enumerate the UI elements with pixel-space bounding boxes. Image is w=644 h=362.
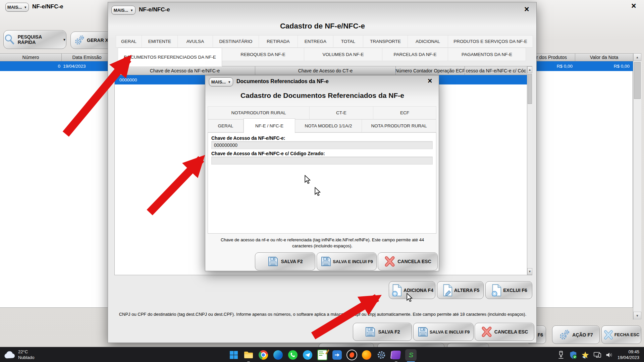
table-row[interactable]: 0 19/04/2023: [0, 61, 112, 71]
grid-header-chave-nfe[interactable]: Chave de Acesso da NF-e/NFC-e: [115, 66, 255, 75]
bg-table-left: Número Data Emissão 0 19/04/2023: [0, 53, 112, 308]
dialog-salva-f2-button[interactable]: SALVA F2: [353, 323, 412, 341]
tab-destinatario[interactable]: DESTINATÁRIO: [213, 35, 259, 48]
dialog-help-text: CNPJ ou CPF do destinatário (tag dest.CN…: [113, 311, 532, 317]
column-header-numero[interactable]: Número: [0, 54, 62, 61]
chrome-icon[interactable]: [258, 349, 269, 361]
edge-icon[interactable]: [272, 349, 284, 361]
tab-nota-produtor-rural-top[interactable]: NOTAPRODUTOR RURAL: [208, 106, 310, 119]
chave-acesso-input[interactable]: 000000000: [211, 141, 433, 149]
grid-header-chave-codigo-zerado[interactable]: cesso da NF-e/NFC-e c/ Cóc: [465, 66, 527, 75]
grid-header-chave-cte[interactable]: Chave de Acesso do CT-e: [255, 66, 396, 75]
tab-transporte[interactable]: TRANSPORTE: [363, 35, 408, 48]
tab-pagamentos[interactable]: PAGAMENTOS DA NF-E: [448, 48, 526, 61]
tab-emitente[interactable]: EMITENTE: [142, 35, 178, 48]
tab-total[interactable]: TOTAL: [333, 35, 363, 48]
dialog-cancela-esc-button[interactable]: CANCELA ESC: [475, 323, 534, 341]
inner-tab-row-1: NOTAPRODUTOR RURAL CT-E ECF: [208, 106, 436, 119]
column-header-valor-nota[interactable]: Valor da Nota: [575, 54, 633, 61]
notes-app-icon[interactable]: [317, 349, 328, 361]
floppy-disk-icon: [267, 256, 279, 267]
tab-inner-geral[interactable]: GERAL: [208, 119, 244, 132]
inner-tab-row-2: GERAL NF-E / NFC-E NOTA MODELO 1/1A/2 NO…: [208, 119, 436, 132]
inner-dialog-title: Documentos Referenciados da NF-e: [236, 78, 329, 84]
tab-avulsa[interactable]: AVULSA: [178, 35, 213, 48]
inner-mais-button[interactable]: MAIS... ▼: [209, 77, 233, 86]
telegram-icon[interactable]: [302, 349, 313, 361]
tab-documentos-referenciados[interactable]: DOCUMENTOS REFERENCIADOS DA NF-E: [118, 48, 222, 66]
tab-nota-produtor-rural[interactable]: NOTA PRODUTOR RURAL: [362, 119, 436, 132]
scroll-up-arrow[interactable]: ▲: [527, 66, 532, 73]
whatsapp-icon[interactable]: [287, 349, 299, 361]
weather-widget[interactable]: 22°C Nublado: [0, 349, 88, 360]
bg-close-icon[interactable]: ×: [631, 2, 636, 10]
dialog-title: NF-e/NFC-e: [139, 6, 170, 13]
tab-reboques[interactable]: REBOQUES DA NF-E: [222, 48, 304, 61]
scroll-thumb[interactable]: [634, 62, 641, 99]
gears-icon: [559, 329, 570, 341]
tab-parcelas[interactable]: PARCELAS DA NF-E: [382, 48, 448, 61]
chevron-down-icon: ▼: [130, 9, 133, 12]
settings-app-icon[interactable]: [376, 349, 387, 361]
tab-volumes[interactable]: VOLUMES DA NF-E: [304, 48, 382, 61]
acao-f7-button[interactable]: AÇÃO F7: [552, 325, 600, 344]
cancel-x-icon: [481, 326, 492, 338]
inner-dialog-heading: Cadastro de Documentos Referenciados da …: [205, 92, 439, 100]
inner-salva-f2-button[interactable]: SALVA F2: [255, 252, 315, 270]
dialog-close-icon[interactable]: ×: [524, 5, 529, 13]
altera-f5-button[interactable]: ALTERA F5: [437, 281, 484, 299]
remote-app-icon[interactable]: [331, 349, 343, 361]
cancel-x-icon: [384, 256, 395, 267]
chevron-down-icon: ▼: [228, 80, 231, 84]
media-app-icon[interactable]: [346, 349, 358, 361]
start-button-icon[interactable]: [228, 349, 239, 361]
tab-cte[interactable]: CT-E: [310, 106, 373, 119]
table-row[interactable]: R$ 0,00 R$ 0,00: [524, 61, 633, 71]
photos-star-icon[interactable]: [581, 351, 589, 359]
tab-geral[interactable]: GERAL: [116, 35, 142, 48]
inner-cancela-esc-button[interactable]: CANCELA ESC: [378, 252, 438, 270]
erp-app-icon-active[interactable]: S: [405, 349, 417, 361]
adiciona-f4-button[interactable]: ADICIONA F4: [389, 281, 435, 299]
grid-header-contador-ecf[interactable]: Número Contador Operação ECF: [396, 66, 465, 75]
volume-icon[interactable]: [605, 351, 613, 359]
taskbar-clock[interactable]: 09:45 19/04/2023: [618, 349, 639, 361]
inner-salva-inclui-f9-button[interactable]: SALVA E INCLUI F9: [317, 252, 377, 270]
file-explorer-icon[interactable]: [243, 349, 254, 361]
scroll-thumb[interactable]: [528, 74, 532, 104]
clock-date: 19/04/2023: [618, 355, 639, 361]
tab-produtos-servicos[interactable]: PRODUTOS E SERVIÇOS DA NF-E: [448, 35, 533, 48]
bg-mais-button[interactable]: MAIS... ▼: [5, 3, 29, 12]
tab-adicional[interactable]: ADICIONAL: [408, 35, 448, 48]
fecha-esc-button[interactable]: FECHA ESC: [601, 325, 641, 344]
windows-security-icon[interactable]: [569, 351, 577, 359]
usb-device-icon[interactable]: [557, 351, 565, 359]
dialog-tab-row-2: DOCUMENTOS REFERENCIADOS DA NF-E REBOQUE…: [118, 48, 526, 61]
scroll-down-arrow[interactable]: ▼: [633, 312, 641, 319]
exclui-f6-button[interactable]: EXCLUI F6: [485, 281, 532, 299]
grid-scrollbar[interactable]: ▲ ▼: [527, 66, 532, 275]
weather-condition: Nublado: [18, 355, 34, 360]
library-app-icon[interactable]: [390, 349, 402, 361]
inner-help-text: Chave de acesso da nf-e ou nfc-e referen…: [210, 237, 435, 249]
floppy-disk-icon: [365, 326, 376, 338]
scroll-down-arrow[interactable]: ▼: [527, 268, 532, 275]
tab-entrega[interactable]: ENTREGA: [298, 35, 333, 48]
dialog-salva-inclui-f9-button[interactable]: SALVA E INCLUI F9: [413, 323, 474, 341]
column-header-data-emissao[interactable]: Data Emissão: [62, 54, 112, 61]
inner-close-icon[interactable]: ×: [428, 77, 432, 85]
inner-tab-content: Chave de Acesso da NF-e/NFC-e: 000000000…: [208, 132, 436, 234]
tab-ecf[interactable]: ECF: [373, 106, 436, 119]
network-display-icon[interactable]: [593, 351, 601, 359]
dialog-mais-button[interactable]: MAIS... ▼: [111, 6, 136, 15]
scroll-up-arrow[interactable]: ▲: [633, 53, 641, 61]
firefox-icon[interactable]: [361, 349, 372, 361]
page-pencil-icon: [441, 284, 453, 297]
chave-codigo-zerado-input[interactable]: [211, 157, 433, 165]
bg-table-scrollbar[interactable]: ▲ ▼: [633, 53, 641, 320]
tab-retirada[interactable]: RETIRADA: [259, 35, 298, 48]
cell-data-emissao: 19/04/2023: [60, 64, 86, 69]
tab-nfe-nfce[interactable]: NF-E / NFC-E: [244, 118, 295, 133]
pesquisa-rapida-button[interactable]: PESQUISA RÁPIDA ▼: [3, 30, 66, 49]
tab-nota-modelo[interactable]: NOTA MODELO 1/1A/2: [295, 119, 362, 132]
